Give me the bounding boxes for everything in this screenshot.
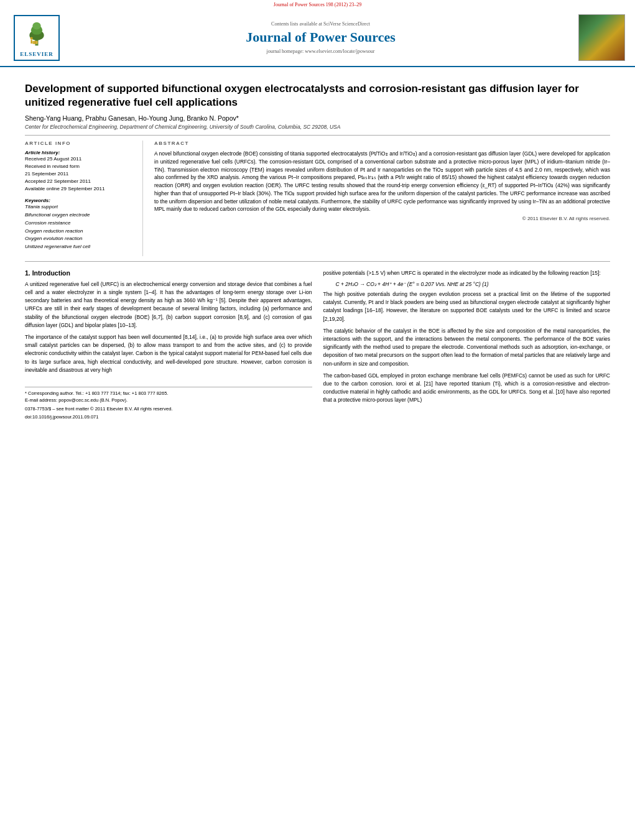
keyword-5: Oxygen evolution reaction	[25, 235, 135, 243]
right-para-1: positive potentials (>1.5 V) when URFC i…	[323, 269, 611, 277]
intro-para-1: A unitized regenerative fuel cell (URFC)…	[25, 280, 312, 330]
keyword-3: Corrosion resistance	[25, 219, 135, 228]
abstract-label: ABSTRACT	[154, 141, 610, 146]
abstract-column: ABSTRACT A novel bifunctional oxygen ele…	[154, 141, 610, 256]
svg-point-4	[30, 37, 33, 39]
divider-2	[25, 261, 610, 262]
svg-point-3	[32, 22, 40, 29]
corner-image	[577, 14, 626, 61]
elsevier-logo: ELSEVIER	[9, 14, 65, 61]
issn-line-1: 0378-7753/$ – see front matter © 2011 El…	[25, 406, 312, 412]
body-right-column: positive potentials (>1.5 V) when URFC i…	[323, 269, 611, 420]
keyword-6: Unitized regenerative fuel cell	[25, 243, 135, 251]
homepage-line: journal homepage: www.elsevier.com/locat…	[266, 48, 374, 54]
corresponding-author: * Corresponding author. Tel.: +1 803 777…	[25, 390, 312, 397]
divider	[25, 135, 610, 136]
article-title: Development of supported bifunctional ox…	[25, 82, 610, 109]
journal-title: Journal of Power Sources	[246, 29, 396, 45]
top-citation: Journal of Power Sources 198 (2012) 23–2…	[0, 0, 635, 9]
right-para-3: The catalytic behavior of the catalyst i…	[323, 327, 611, 368]
keyword-2: Bifunctional oxygen electrode	[25, 211, 135, 219]
header-center: Contents lists available at SciVerse Sci…	[71, 14, 570, 61]
received-date: Received 25 August 2011	[25, 155, 135, 163]
author-email: E-mail address: popov@cec.sc.edu (B.N. P…	[25, 397, 312, 404]
body-left-column: 1. Introduction A unitized regenerative …	[25, 269, 312, 420]
svg-rect-5	[30, 40, 32, 44]
affiliation: Center for Electrochemical Engineering, …	[25, 124, 610, 130]
right-para-4: The carbon-based GDL employed in proton …	[323, 372, 611, 405]
article-info-label: ARTICLE INFO	[25, 141, 135, 146]
available-date: Available online 29 September 2011	[25, 185, 135, 193]
main-content: Development of supported bifunctional ox…	[0, 67, 635, 426]
equation-1: C + 2H₂O → CO₂ + 4H⁺ + 4e⁻ (E° = 0.207 V…	[323, 281, 611, 287]
article-info-column: ARTICLE INFO Article history: Received 2…	[25, 141, 143, 256]
elsevier-label: ELSEVIER	[20, 51, 53, 57]
revised-date: 21 September 2011	[25, 170, 135, 178]
right-para-2: The high positive potentials during the …	[323, 290, 611, 323]
issn-line-2: doi:10.1016/j.jpowsour.2011.09.071	[25, 414, 312, 420]
journal-cover-image	[578, 14, 625, 61]
keywords-list: Titania support Bifunctional oxygen elec…	[25, 203, 135, 251]
header: ELSEVIER Contents lists available at Sci…	[0, 9, 635, 67]
keyword-4: Oxygen reduction reaction	[25, 228, 135, 236]
keywords-group: Keywords: Titania support Bifunctional o…	[25, 198, 135, 251]
history-label: Article history:	[25, 150, 135, 155]
keywords-label: Keywords:	[25, 198, 135, 203]
body-section: 1. Introduction A unitized regenerative …	[25, 269, 610, 420]
info-abstract-section: ARTICLE INFO Article history: Received 2…	[25, 141, 610, 256]
article-history-group: Article history: Received 25 August 2011…	[25, 150, 135, 193]
accepted-date: Accepted 22 September 2011	[25, 178, 135, 185]
authors: Sheng-Yang Huang, Prabhu Ganesan, Ho-You…	[25, 114, 610, 122]
sciverse-text: Contents lists available at SciVerse Sci…	[271, 21, 370, 27]
received-revised-label: Received in revised form	[25, 163, 135, 170]
copyright-line: © 2011 Elsevier B.V. All rights reserved…	[154, 216, 610, 221]
abstract-text: A novel bifunctional oxygen electrode (B…	[154, 150, 610, 213]
intro-para-2: The importance of the catalyst support h…	[25, 333, 312, 374]
footnote-area: * Corresponding author. Tel.: +1 803 777…	[25, 387, 312, 404]
keyword-1: Titania support	[25, 203, 135, 211]
introduction-heading: 1. Introduction	[25, 269, 312, 277]
elsevier-tree-icon	[21, 19, 52, 50]
